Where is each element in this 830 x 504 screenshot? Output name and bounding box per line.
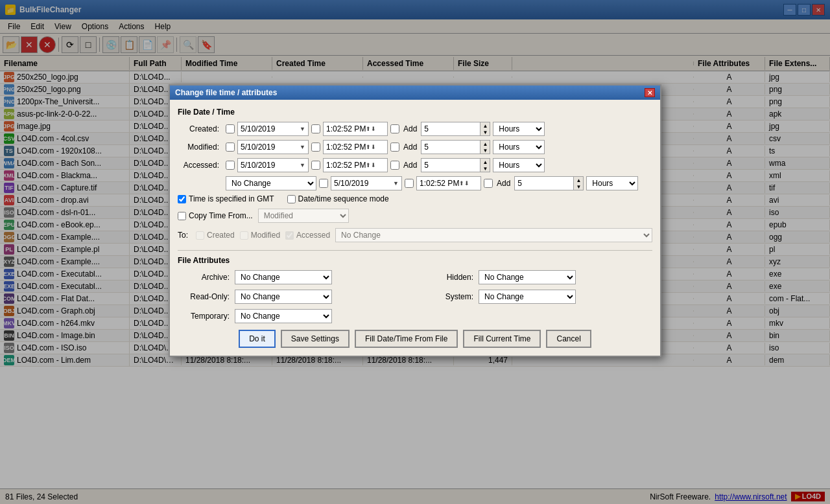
hidden-dropdown[interactable]: No Change Yes No [479,270,576,284]
created-add-checkbox[interactable] [390,124,399,133]
accessed-row: Accessed: 5/10/2019 ▼ 1:02:52 PM ⬆⬇ Add … [178,158,652,172]
row4-date-checkbox[interactable] [319,179,328,188]
accessed-spin-up[interactable]: ▲ [480,159,490,165]
created-label: Created: [178,124,223,133]
created-row: Created: 5/10/2019 ▼ 1:02:52 PM ⬆⬇ Add ▲ [178,122,652,136]
cancel-button[interactable]: Cancel [546,330,591,348]
dialog-title: Change file time / attributes [175,88,277,97]
accessed-add-label: Add [402,161,418,170]
to-label: To: [178,231,188,240]
created-spin-input[interactable] [421,122,480,135]
to-created-label: Created [207,231,235,240]
row4-add-checkbox[interactable] [484,179,493,188]
created-spin[interactable]: ▲ ▼ [421,122,490,136]
modified-spin-up[interactable]: ▲ [480,141,490,147]
row4-time-checkbox[interactable] [405,179,414,188]
created-time-input[interactable]: 1:02:52 PM ⬆⬇ [323,122,388,136]
created-time-arrow: ⬆⬇ [366,126,376,132]
modified-add-checkbox[interactable] [390,143,399,152]
created-spin-btns: ▲ ▼ [480,122,490,135]
readonly-dropdown[interactable]: No Change Yes No [235,290,332,304]
accessed-time-value: 1:02:52 PM [326,161,366,170]
accessed-date-input[interactable]: 5/10/2019 ▼ [237,158,309,172]
modified-spin-btns: ▲ ▼ [480,141,490,154]
attrs-grid-spacer [421,309,652,323]
to-modified-checkbox[interactable] [240,231,248,240]
row4-spin[interactable]: ▲ ▼ [514,176,584,190]
gmt-row: Time is specified in GMT Date/time seque… [178,194,652,203]
modified-row: Modified: 5/10/2019 ▼ 1:02:52 PM ⬆⬇ Add … [178,140,652,154]
doit-button[interactable]: Do it [239,330,276,348]
to-created-checkbox[interactable] [196,231,204,240]
copy-time-checkbox[interactable] [178,212,186,220]
fill-datetime-button[interactable]: Fill Date/Time From File [355,330,458,348]
dialog-titlebar: Change file time / attributes ✕ [170,86,660,100]
archive-dropdown[interactable]: No Change Yes No [235,270,332,284]
created-time-checkbox[interactable] [311,124,320,133]
accessed-add-checkbox[interactable] [390,161,399,170]
created-add-label: Add [402,124,418,133]
temporary-label: Temporary: [178,312,230,321]
datetime-seq-checkbox[interactable] [287,195,296,203]
modified-add-label: Add [402,143,418,152]
row4-time-arrow: ⬆⬇ [459,180,469,187]
accessed-hours-dropdown[interactable]: Hours Minutes Seconds Days [493,158,545,172]
temporary-dropdown[interactable]: No Change Yes No [235,309,332,323]
hidden-label: Hidden: [421,273,473,282]
row4-date-arrow: ▼ [393,180,399,187]
row4-spin-input[interactable] [515,177,573,190]
copy-to-row: To: Created Modified Accessed No Change … [178,228,652,242]
row4-hours-dropdown[interactable]: Hours Minutes Seconds Days [586,176,638,190]
gmt-label: Time is specified in GMT [189,194,274,203]
row4-time-input[interactable]: 1:02:52 PM ⬆⬇ [416,176,481,190]
accessed-spin-btns: ▲ ▼ [480,159,490,172]
no-change-wide-dropdown[interactable]: No Change Current Time [335,228,652,242]
modified-date-checkbox[interactable] [226,143,235,152]
accessed-label: Accessed: [178,161,223,170]
modified-date-input[interactable]: 5/10/2019 ▼ [237,140,309,154]
accessed-spin-down[interactable]: ▼ [480,165,490,172]
system-row: System: No Change Yes No [421,290,652,304]
row4-date-input[interactable]: 5/10/2019 ▼ [331,176,402,190]
modified-label: Modified: [178,143,223,152]
accessed-time-input[interactable]: 1:02:52 PM ⬆⬇ [323,158,388,172]
accessed-time-checkbox[interactable] [311,161,320,170]
gmt-checkbox[interactable] [178,195,186,203]
created-date-checkbox[interactable] [226,124,235,133]
attrs-grid: Archive: No Change Yes No Hidden: No Cha… [178,270,652,323]
modified-hours-dropdown[interactable]: Hours Minutes Seconds Days [493,140,545,154]
row4-spin-down[interactable]: ▼ [574,183,583,190]
created-date-input[interactable]: 5/10/2019 ▼ [237,122,309,136]
accessed-spin[interactable]: ▲ ▼ [421,158,490,172]
row4-add-label: Add [495,179,512,188]
modified-time-checkbox[interactable] [311,143,320,152]
row4: No Change Set Time 5/10/2019 ▼ 1:02:52 P… [178,176,652,190]
copy-time-label: Copy Time From... [189,211,253,220]
modified-spin-input[interactable] [421,141,480,154]
accessed-date-checkbox[interactable] [226,161,235,170]
save-settings-button[interactable]: Save Settings [281,330,350,348]
created-hours-dropdown[interactable]: Hours Minutes Seconds Days [493,122,545,136]
to-accessed-checkbox[interactable] [285,231,294,240]
row4-type-dropdown[interactable]: No Change Set Time [226,176,316,190]
row4-spin-up[interactable]: ▲ [574,177,583,183]
dialog-body: File Date / Time Created: 5/10/2019 ▼ 1:… [170,100,660,356]
created-date-value: 5/10/2019 [241,124,275,133]
created-spin-down[interactable]: ▼ [480,129,490,135]
dialog: Change file time / attributes ✕ File Dat… [169,84,661,357]
separator [178,250,652,251]
modified-spin[interactable]: ▲ ▼ [421,140,490,154]
created-time-value: 1:02:52 PM [326,124,366,133]
accessed-spin-input[interactable] [421,159,480,172]
modified-time-arrow: ⬆⬇ [366,144,376,150]
modified-spin-down[interactable]: ▼ [480,147,490,154]
dialog-close-button[interactable]: ✕ [645,88,655,97]
modified-time-input[interactable]: 1:02:52 PM ⬆⬇ [323,140,388,154]
created-spin-up[interactable]: ▲ [480,122,490,129]
modified-date-arrow: ▼ [300,144,305,150]
temporary-row: Temporary: No Change Yes No [178,309,409,323]
fill-current-button[interactable]: Fill Current Time [463,330,541,348]
copy-from-dropdown[interactable]: Modified Created Accessed [258,209,349,223]
button-row: Do it Save Settings Fill Date/Time From … [178,330,652,348]
system-dropdown[interactable]: No Change Yes No [479,290,576,304]
